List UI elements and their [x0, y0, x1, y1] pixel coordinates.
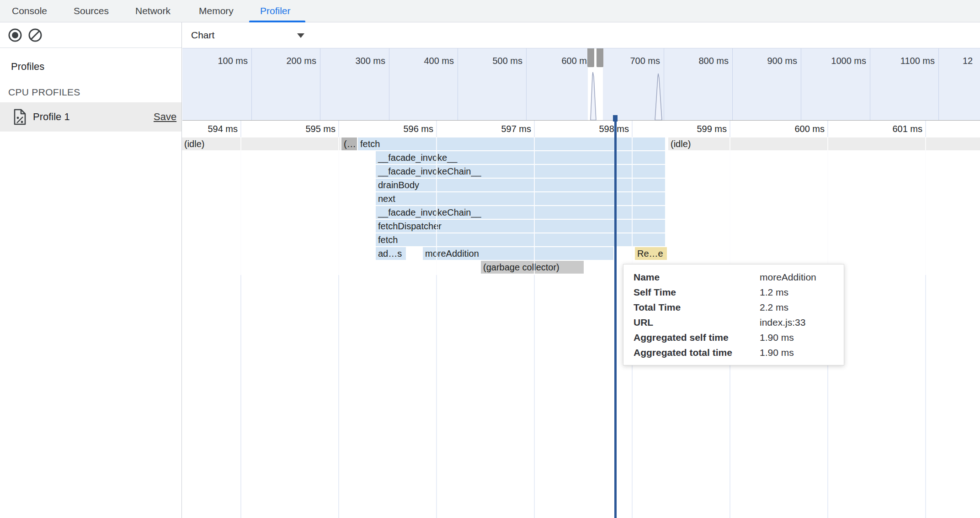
tooltip-row-value: 1.2 ms	[760, 285, 788, 300]
cpu-profiles-section-label: CPU PROFILES	[8, 87, 80, 98]
tooltip-row: Aggregated self time1.90 ms	[623, 330, 844, 345]
tooltip-row: Self Time1.2 ms	[623, 285, 844, 300]
profiler-sidebar: Profiles CPU PROFILES Profile 1 Save	[0, 22, 182, 518]
chevron-down-icon	[297, 33, 304, 38]
flame-chart: NamemoreAdditionSelf Time1.2 msTotal Tim…	[182, 121, 980, 518]
tooltip-row-value: 1.90 ms	[760, 345, 794, 360]
save-profile-link[interactable]: Save	[154, 102, 176, 132]
tab-profiler[interactable]: Profiler	[260, 0, 291, 22]
tooltip-row-label: Name	[634, 270, 760, 285]
flame-frame[interactable]: Re…e	[635, 247, 667, 260]
flame-frame[interactable]: next	[376, 192, 665, 205]
devtools-tab-bar: Console Sources Network Memory Profiler	[0, 0, 980, 22]
profiles-heading: Profiles	[11, 61, 44, 73]
clear-button[interactable]	[28, 28, 43, 42]
view-mode-select[interactable]: Chart	[191, 22, 310, 48]
tab-console[interactable]: Console	[12, 0, 47, 22]
tooltip-row-value: 1.90 ms	[760, 330, 794, 345]
overview-right-handle[interactable]	[597, 48, 603, 67]
profile-list-item[interactable]: Profile 1 Save	[0, 102, 181, 132]
flame-frame[interactable]: fetch	[358, 137, 665, 150]
tab-memory[interactable]: Memory	[199, 0, 234, 22]
ruler-gridline-overlay	[730, 137, 730, 275]
tooltip-row: URLindex.js:33	[623, 315, 844, 330]
flame-frame[interactable]: fetchDispatcher	[376, 220, 665, 233]
tooltip-row: NamemoreAddition	[623, 270, 844, 285]
ruler-tick-label: 601 ms	[872, 123, 922, 135]
ruler-gridline-overlay	[240, 137, 241, 275]
tooltip-row-label: URL	[634, 315, 760, 330]
flame-frame[interactable]: moreAddition	[423, 247, 613, 260]
ruler-tick-label: 594 ms	[187, 123, 238, 135]
tooltip-row-label: Self Time	[634, 285, 760, 300]
devtools-profiler-panel: Console Sources Network Memory Profiler …	[0, 0, 980, 518]
profile-name: Profile 1	[33, 102, 70, 132]
tooltip-row-value: 2.2 ms	[760, 300, 788, 315]
profiler-toolbar	[0, 22, 181, 48]
tooltip-row-label: Aggregated total time	[634, 345, 760, 360]
tab-sources[interactable]: Sources	[74, 0, 109, 22]
flame-chart-header: Chart	[182, 22, 980, 48]
tooltip-row: Total Time2.2 ms	[623, 300, 844, 315]
profile-document-icon	[13, 109, 27, 127]
tooltip-row: Aggregated total time1.90 ms	[623, 345, 844, 360]
ruler-tick-label: 598 ms	[579, 123, 629, 135]
ruler-tick-label: 597 ms	[481, 123, 531, 135]
flame-frame[interactable]: __facade_invokeChain__	[376, 206, 665, 219]
flame-frame[interactable]: (…	[341, 137, 357, 150]
ruler-gridline-overlay	[338, 137, 339, 275]
overview-left-handle[interactable]	[587, 48, 594, 67]
view-mode-value: Chart	[191, 30, 214, 40]
selection-marker-line	[614, 117, 617, 518]
flame-frame[interactable]: __facade_invoke__	[376, 151, 665, 164]
tooltip-row-label: Aggregated self time	[634, 330, 760, 345]
tab-network[interactable]: Network	[135, 0, 170, 22]
ruler-tick-label: 596 ms	[383, 123, 433, 135]
ruler-gridline-overlay	[632, 137, 633, 275]
flame-frame[interactable]: drainBody	[376, 179, 665, 191]
cpu-activity-spikes	[182, 48, 980, 120]
flame-frame[interactable]: (idle)	[182, 137, 341, 150]
ruler-tick-label: 595 ms	[285, 123, 336, 135]
ruler-gridline-overlay	[925, 137, 926, 275]
tooltip-row-value: index.js:33	[760, 315, 805, 330]
ruler-gridline-overlay	[436, 137, 437, 275]
clear-icon	[28, 28, 43, 42]
record-button[interactable]	[8, 28, 22, 42]
flame-frame[interactable]: (idle)	[668, 137, 980, 150]
timeline-overview[interactable]: 100 ms200 ms300 ms400 ms500 ms600 ms700 …	[182, 48, 980, 121]
tooltip-row-value: moreAddition	[760, 270, 816, 285]
flame-frame[interactable]: (garbage collector)	[481, 261, 584, 274]
ruler-gridline-overlay	[827, 137, 828, 275]
flame-frame[interactable]: fetch	[376, 233, 665, 246]
frame-details-tooltip: NamemoreAdditionSelf Time1.2 msTotal Tim…	[623, 264, 844, 365]
ruler-tick-label: 600 ms	[774, 123, 825, 135]
ruler-gridline-overlay	[534, 137, 535, 275]
tooltip-row-label: Total Time	[634, 300, 760, 315]
record-icon	[8, 28, 22, 42]
flame-frame[interactable]: ad…s	[376, 247, 406, 260]
flame-frame[interactable]: __facade_invokeChain__	[376, 165, 665, 178]
ruler-tick-label: 599 ms	[676, 123, 727, 135]
